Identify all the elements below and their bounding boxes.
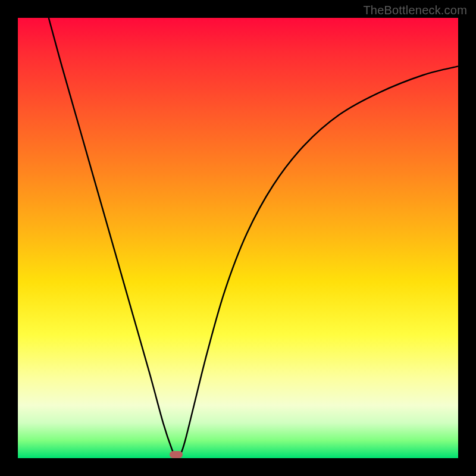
curve-layer [18, 18, 458, 458]
chart-frame: TheBottleneck.com [0, 0, 476, 476]
watermark-text: TheBottleneck.com [363, 4, 467, 17]
min-marker [170, 451, 183, 458]
plot-area [18, 18, 458, 458]
bottleneck-curve-path [49, 18, 458, 458]
